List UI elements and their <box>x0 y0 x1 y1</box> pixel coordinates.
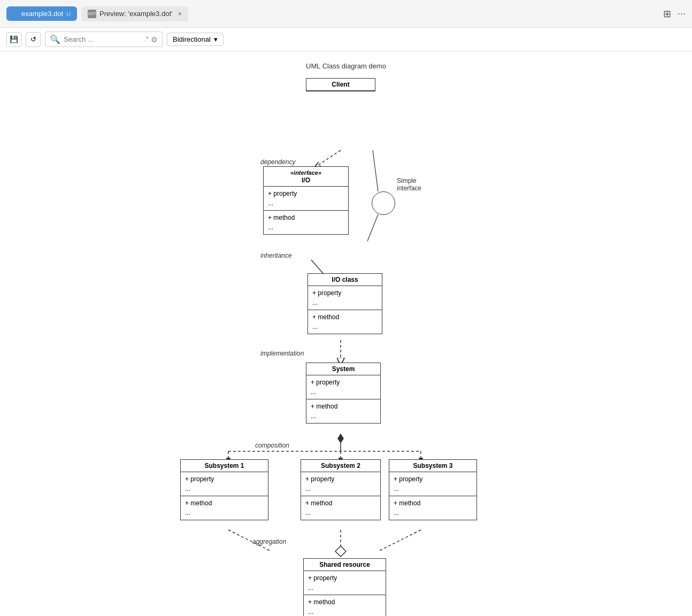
svg-line-14 <box>378 530 421 551</box>
io-class-dots1: ... <box>312 298 378 307</box>
diagram-title: UML Class diagram demo <box>306 62 386 70</box>
shared-resource-title: Shared resource <box>304 559 386 571</box>
subsystem1-section1: + property ... <box>181 472 268 496</box>
dependency-label: dependency <box>260 158 295 166</box>
tab-close-button[interactable]: × <box>178 10 182 18</box>
svg-line-4 <box>367 214 378 241</box>
interface-property: + property <box>268 189 344 198</box>
tab-file[interactable]: example3.dot U <box>6 6 77 21</box>
system-section2: + method ... <box>306 399 380 423</box>
interface-io-box: «interface» I/O + property ... + method … <box>263 166 349 235</box>
subsystem3-box: Subsystem 3 + property ... + method ... <box>389 459 477 520</box>
simple-interface-label: Simpleinterface <box>397 177 421 192</box>
svg-line-3 <box>373 150 378 191</box>
toolbar: 💾 ↺ 🔍 .* ⚙ Bidirectional ▾ <box>0 28 692 51</box>
system-title: System <box>306 363 380 375</box>
shared-resource-box: Shared resource + property ... + method … <box>303 558 386 616</box>
svg-line-2 <box>314 150 341 168</box>
tab-preview[interactable]: DOT Preview: 'example3.dot' × <box>81 6 188 21</box>
subsystem1-method: + method <box>185 498 264 508</box>
interface-stereotype: «interface» <box>290 170 321 176</box>
svg-marker-15 <box>335 546 346 557</box>
subsystem3-method: + method <box>394 498 472 508</box>
search-right-icons: .* ⚙ <box>144 35 158 44</box>
diagram-container: UML Class diagram demo Client dependency… <box>105 51 587 616</box>
interface-dots2: ... <box>268 222 344 232</box>
subsystem1-property: + property <box>185 474 264 484</box>
interface-io-name: I/O <box>302 176 310 184</box>
chevron-down-icon: ▾ <box>214 35 218 43</box>
inheritance-label: inheritance <box>260 252 292 259</box>
system-dots1: ... <box>311 387 376 397</box>
interface-dots1: ... <box>268 198 344 208</box>
system-section1: + property ... <box>306 375 380 399</box>
io-class-section2: + method ... <box>308 310 382 334</box>
aggregation-label: aggregation <box>252 538 286 545</box>
shared-resource-dots1: ... <box>308 583 381 592</box>
client-box: Client <box>306 78 375 91</box>
implementation-label: implementation <box>260 350 304 357</box>
subsystem2-dots1: ... <box>305 484 376 494</box>
system-dots2: ... <box>311 411 376 421</box>
titlebar: example3.dot U DOT Preview: 'example3.do… <box>0 0 692 28</box>
io-class-box: I/O class + property ... + method ... <box>307 273 382 334</box>
subsystem1-box: Subsystem 1 + property ... + method ... <box>180 459 268 520</box>
subsystem2-method: + method <box>305 498 376 508</box>
subsystem2-box: Subsystem 2 + property ... + method ... <box>301 459 381 520</box>
save-button[interactable]: 💾 <box>6 32 21 47</box>
io-class-section1: + property ... <box>308 286 382 310</box>
io-class-dots2: ... <box>312 322 378 332</box>
preview-dot-icon: DOT <box>88 10 96 18</box>
simple-interface-circle <box>372 191 395 215</box>
shared-resource-section1: + property ... <box>304 571 386 595</box>
subsystem2-section2: + method ... <box>301 496 380 520</box>
search-box: 🔍 .* ⚙ <box>45 32 163 47</box>
subsystem1-dots2: ... <box>185 508 264 518</box>
io-class-method: + method <box>312 312 378 322</box>
titlebar-right-controls: ⊞ ··· <box>663 8 686 20</box>
tab-preview-label: Preview: 'example3.dot' <box>99 10 172 18</box>
system-method: + method <box>311 402 376 411</box>
shared-resource-method: + method <box>308 597 381 607</box>
layout-icon[interactable]: ⊞ <box>663 8 671 20</box>
layout-dropdown[interactable]: Bidirectional ▾ <box>167 33 224 46</box>
interface-method: + method <box>268 213 344 222</box>
subsystem3-property: + property <box>394 474 472 484</box>
subsystem1-section2: + method ... <box>181 496 268 520</box>
interface-io-section1: + property ... <box>264 187 348 211</box>
filter-icon[interactable]: ⚙ <box>151 35 158 44</box>
subsystem2-section1: + property ... <box>301 472 380 496</box>
io-class-property: + property <box>312 288 378 298</box>
shared-resource-section2: + method ... <box>304 595 386 616</box>
composition-label: composition <box>255 442 289 449</box>
subsystem1-dots1: ... <box>185 484 264 494</box>
dropdown-label: Bidirectional <box>173 35 211 43</box>
subsystem3-dots2: ... <box>394 508 472 518</box>
subsystem2-property: + property <box>305 474 376 484</box>
subsystem3-section1: + property ... <box>389 472 476 496</box>
main-content: UML Class diagram demo Client dependency… <box>0 51 692 616</box>
subsystem3-dots1: ... <box>394 484 472 494</box>
subsystem1-title: Subsystem 1 <box>181 460 268 472</box>
subsystem3-title: Subsystem 3 <box>389 460 476 472</box>
io-class-title: I/O class <box>308 274 382 286</box>
system-property: + property <box>311 378 376 387</box>
interface-io-section2: + method ... <box>264 211 348 234</box>
more-icon[interactable]: ··· <box>678 8 686 19</box>
tab-file-label: example3.dot <box>21 10 63 18</box>
search-icon: 🔍 <box>50 34 60 44</box>
shared-resource-property: + property <box>308 573 381 583</box>
shared-resource-dots2: ... <box>308 607 381 616</box>
system-box: System + property ... + method ... <box>306 363 381 424</box>
refresh-button[interactable]: ↺ <box>26 32 41 47</box>
interface-io-title: «interface» I/O <box>264 167 348 187</box>
tab-modified-indicator: U <box>66 11 71 17</box>
regex-icon[interactable]: .* <box>144 35 149 44</box>
client-title: Client <box>306 79 375 91</box>
subsystem2-dots2: ... <box>305 508 376 518</box>
subsystem2-title: Subsystem 2 <box>301 460 380 472</box>
tab-dot-icon <box>13 11 18 17</box>
subsystem3-section2: + method ... <box>389 496 476 520</box>
search-input[interactable] <box>64 35 139 43</box>
